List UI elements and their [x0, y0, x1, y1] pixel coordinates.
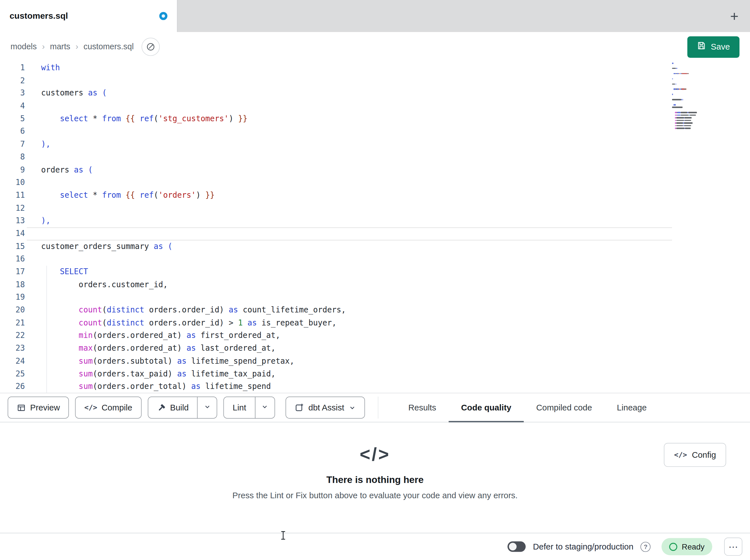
save-floppy-icon	[697, 41, 706, 53]
help-icon[interactable]: ?	[640, 542, 650, 552]
preview-button[interactable]: Preview	[8, 397, 69, 419]
code-token: select	[60, 191, 88, 200]
code-token: 'orders'	[158, 191, 196, 200]
code-line[interactable]: SELECT	[41, 266, 750, 278]
minimap-line	[672, 63, 715, 64]
status-bar: Defer to staging/production ? Ready ⋯	[0, 533, 750, 560]
code-line[interactable]	[41, 202, 750, 215]
compile-button-label: Compile	[101, 402, 132, 412]
lint-button[interactable]: Lint	[224, 397, 256, 419]
code-line[interactable]: ),	[41, 138, 750, 151]
minimap-token	[676, 83, 676, 84]
lint-dropdown-button[interactable]	[255, 397, 275, 419]
line-number: 5	[0, 113, 25, 125]
code-line[interactable]: min(orders.ordered_at) as first_ordered_…	[41, 329, 750, 342]
code-line[interactable]: max(orders.ordered_at) as last_ordered_a…	[41, 342, 750, 355]
status-badge[interactable]: Ready	[662, 538, 712, 555]
code-line[interactable]: count(distinct orders.order_id) as count…	[41, 304, 750, 317]
code-line[interactable]: with	[41, 62, 750, 75]
line-number: 1	[0, 62, 25, 75]
code-line[interactable]	[41, 125, 750, 138]
code-token	[41, 267, 60, 276]
tab-code-quality[interactable]: Code quality	[449, 393, 524, 422]
build-button[interactable]: Build	[147, 397, 198, 419]
code-line[interactable]: customer_orders_summary as (	[41, 240, 750, 253]
tab-compiled-code[interactable]: Compiled code	[524, 393, 605, 422]
code-token: distinct	[107, 318, 144, 327]
tab-bar: customers.sql +	[0, 0, 750, 32]
minimap-line	[672, 83, 715, 84]
code-line[interactable]: orders as (	[41, 164, 750, 177]
code-token: count_lifetime_orders,	[238, 305, 346, 314]
ready-ring-icon	[669, 542, 677, 551]
minimap-token	[673, 73, 676, 74]
code-token: lifetime_spend_pretax,	[186, 356, 294, 366]
code-line[interactable]: orders.customer_id,	[41, 278, 750, 291]
file-tab-customers-sql[interactable]: customers.sql	[0, 0, 178, 32]
line-numbers: 1234567891011121314151617181920212223242…	[0, 62, 25, 393]
minimap-line	[672, 81, 715, 82]
toolbar-divider	[378, 397, 378, 419]
more-options-button[interactable]: ⋯	[724, 538, 742, 556]
code-line[interactable]	[41, 100, 750, 113]
code-line[interactable]: ),	[41, 215, 750, 227]
code-token	[135, 114, 140, 123]
code-token: 1	[238, 318, 243, 327]
code-line[interactable]	[41, 177, 750, 189]
minimap-token	[676, 117, 684, 118]
empty-state: </> There is nothing here Press the Lint…	[0, 444, 750, 501]
compile-button[interactable]: </> Compile	[75, 397, 141, 419]
code-line[interactable]: count(distinct orders.order_id) > 1 as i…	[41, 317, 750, 329]
code-token: sum	[79, 369, 93, 378]
code-token: 'stg_customers'	[158, 114, 229, 123]
code-token: last_ordered_at,	[196, 344, 276, 353]
breadcrumb-customers-sql[interactable]: customers.sql	[84, 42, 134, 51]
code-line[interactable]	[41, 291, 750, 304]
code-line[interactable]	[41, 253, 750, 266]
build-dropdown-button[interactable]	[197, 397, 217, 419]
minimap-token	[676, 120, 684, 121]
code-token: (orders.subtotal)	[93, 356, 177, 366]
code-line[interactable]: sum(orders.subtotal) as lifetime_spend_p…	[41, 355, 750, 368]
code-token: select	[60, 114, 88, 123]
code-line[interactable]: sum(orders.order_total) as lifetime_spen…	[41, 380, 750, 393]
code-line[interactable]: select * from {{ ref('stg_customers') }}	[41, 113, 750, 125]
minimap[interactable]	[672, 63, 715, 130]
save-button[interactable]: Save	[687, 36, 739, 58]
copilot-icon[interactable]	[141, 38, 160, 56]
minimap-token	[672, 83, 675, 84]
code-token: (orders.order_total)	[93, 382, 191, 391]
code-token: ref	[139, 114, 154, 123]
code-icon: </>	[0, 444, 750, 465]
code-token: from	[102, 191, 121, 200]
code-line[interactable]	[41, 151, 750, 164]
code-lines[interactable]: withcustomers as ( select * from {{ ref(…	[41, 62, 750, 393]
code-token	[121, 191, 125, 200]
tab-results[interactable]: Results	[396, 393, 449, 422]
minimap-line	[672, 99, 715, 100]
code-line[interactable]	[27, 227, 672, 240]
line-number: 23	[0, 342, 25, 355]
tab-lineage[interactable]: Lineage	[605, 393, 659, 422]
code-editor[interactable]: 1234567891011121314151617181920212223242…	[0, 62, 750, 393]
code-token	[121, 114, 125, 123]
code-line[interactable]: customers as (	[41, 87, 750, 100]
code-line[interactable]: sum(orders.tax_paid) as lifetime_tax_pai…	[41, 368, 750, 380]
minimap-line	[672, 96, 715, 98]
code-token: orders.order_id)	[144, 305, 229, 314]
defer-toggle[interactable]	[508, 541, 526, 552]
dbt-assist-button[interactable]: dbt Assist	[285, 397, 365, 419]
panel-tabs: Results Code quality Compiled code Linea…	[396, 393, 659, 422]
new-tab-button[interactable]: +	[730, 9, 739, 23]
minimap-line	[672, 65, 715, 66]
code-line[interactable]: select * from {{ ref('orders') }}	[41, 189, 750, 202]
lint-button-group: Lint	[224, 397, 275, 419]
minimap-token	[675, 112, 677, 113]
breadcrumb-marts[interactable]: marts	[50, 42, 70, 51]
code-token: (	[154, 114, 158, 123]
minimap-token	[685, 117, 692, 118]
code-line[interactable]	[41, 75, 750, 87]
minimap-token	[673, 89, 676, 90]
breadcrumb-models[interactable]: models	[11, 42, 37, 51]
code-token: as	[177, 356, 186, 366]
